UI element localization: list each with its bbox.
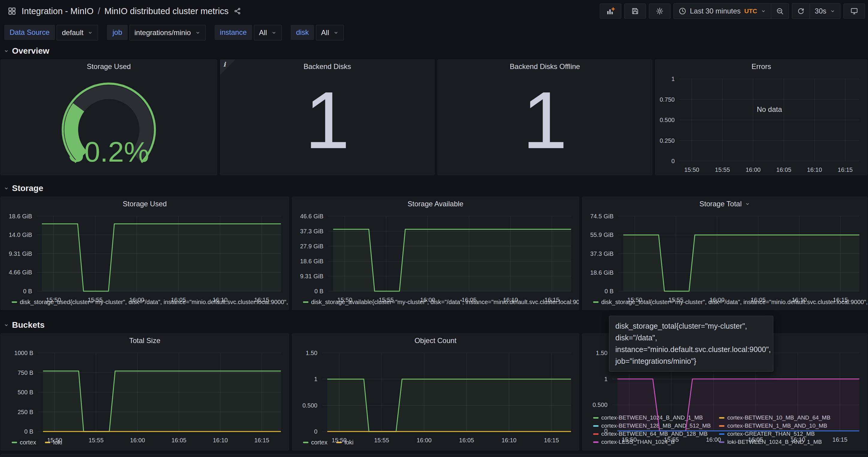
panel-errors: Errors 00.2500.5000.750115:5015:5516:001… [655, 59, 867, 175]
filter-disk: disk All [291, 25, 344, 40]
time-series-chart[interactable]: 0 B250 B500 B750 B1000 B15:5015:5516:001… [1, 347, 289, 438]
svg-text:16:10: 16:10 [807, 166, 822, 173]
panel-title[interactable]: Backend Disks Offline [438, 60, 652, 73]
svg-text:1: 1 [604, 376, 608, 382]
filter-job-value[interactable]: integrations/minio [129, 25, 206, 40]
panel-title[interactable]: Total Size [1, 334, 289, 347]
share-icon[interactable] [234, 7, 241, 15]
svg-text:16:15: 16:15 [833, 297, 848, 303]
panel-title[interactable]: Object Count [292, 334, 579, 347]
section-header-overview[interactable]: Overview [0, 45, 868, 56]
apps-grid-icon[interactable] [8, 7, 16, 15]
filter-disk-value[interactable]: All [316, 25, 344, 40]
add-panel-button[interactable] [600, 4, 621, 19]
svg-text:No data: No data [757, 105, 782, 113]
svg-text:16:05: 16:05 [748, 436, 763, 443]
panel-backend-disks: i Backend Disks 1 [220, 59, 435, 175]
svg-text:16:10: 16:10 [503, 297, 518, 303]
panel-backend-disks-offline: Backend Disks Offline 1 [438, 59, 652, 175]
filter-disk-label[interactable]: disk [291, 25, 314, 40]
svg-text:18.6 GiB: 18.6 GiB [300, 258, 323, 265]
svg-text:16:05: 16:05 [459, 437, 474, 444]
svg-text:37.3 GiB: 37.3 GiB [300, 228, 323, 235]
chevron-down-icon [195, 30, 200, 35]
top-navbar: Integration - MinIO / MinIO distributed … [0, 0, 868, 22]
save-dashboard-button[interactable] [624, 4, 646, 19]
filter-datasource-value[interactable]: default [57, 25, 98, 40]
chevron-down-icon [4, 322, 9, 328]
svg-text:18.6 GiB: 18.6 GiB [9, 213, 32, 219]
panel-title[interactable]: Storage Used [1, 197, 289, 211]
refresh-interval-label: 30s [815, 7, 826, 15]
info-corner[interactable] [220, 60, 235, 75]
chevron-down-icon [333, 30, 339, 35]
page-title[interactable]: MinIO distributed cluster metrics [104, 6, 228, 16]
refresh-interval-picker[interactable]: 30s [810, 4, 840, 19]
query-tooltip: disk_storage_total{cluster="my-cluster",… [609, 316, 773, 371]
chevron-down-icon [4, 186, 9, 191]
svg-text:16:10: 16:10 [790, 436, 805, 443]
clock-icon [679, 7, 686, 15]
filter-value-text: All [259, 29, 267, 37]
section-header-storage[interactable]: Storage [0, 183, 868, 194]
time-series-chart[interactable]: 0 B9.31 GiB18.6 GiB27.9 GiB37.3 GiB46.6 … [292, 211, 579, 298]
panel-storage-available-chart: Storage Available 0 B9.31 GiB18.6 GiB27.… [292, 197, 579, 310]
svg-text:1: 1 [671, 75, 675, 82]
filter-instance: instance All [215, 25, 282, 40]
time-range-picker[interactable]: Last 30 minutes UTC [674, 4, 771, 19]
chevron-down-icon [761, 8, 766, 14]
svg-text:1.50: 1.50 [306, 349, 317, 356]
panel-title[interactable]: Storage Total [582, 197, 867, 211]
svg-text:18.6 GiB: 18.6 GiB [590, 269, 614, 276]
svg-text:0.750: 0.750 [660, 96, 675, 103]
svg-text:16:05: 16:05 [172, 437, 186, 444]
time-series-chart[interactable]: 00.2500.5000.750115:5015:5516:0016:0516:… [655, 73, 867, 175]
zoom-out-button[interactable] [771, 4, 788, 19]
gear-icon [656, 7, 663, 15]
svg-text:0: 0 [314, 428, 317, 435]
tooltip-line: job="integrations/minio"} [615, 355, 767, 367]
svg-text:16:15: 16:15 [254, 297, 269, 303]
svg-text:15:50: 15:50 [622, 436, 637, 443]
svg-text:0.500: 0.500 [660, 117, 675, 123]
panel-title[interactable]: Storage Available [292, 197, 579, 211]
filter-datasource-label[interactable]: Data Source [4, 25, 55, 40]
svg-text:15:55: 15:55 [669, 297, 683, 303]
filter-job-label[interactable]: job [107, 25, 127, 40]
svg-text:55.9 GiB: 55.9 GiB [590, 232, 614, 238]
panel-storage-used-gauge: Storage Used 30.2% [1, 59, 217, 175]
svg-text:16:00: 16:00 [416, 437, 432, 444]
svg-text:0.250: 0.250 [660, 138, 675, 144]
refresh-button[interactable] [792, 4, 810, 19]
panel-title[interactable]: Errors [655, 60, 867, 73]
svg-text:16:15: 16:15 [254, 437, 269, 444]
svg-text:0 B: 0 B [23, 288, 32, 295]
panel-title[interactable]: Backend Disks [220, 60, 434, 73]
time-series-chart[interactable]: 00.50011.5015:5015:5516:0016:0516:1016:1… [292, 347, 579, 438]
time-controls: Last 30 minutes UTC [674, 3, 789, 19]
filter-instance-label[interactable]: instance [215, 25, 252, 40]
tooltip-line: instance="minio.default.svc.cluster.loca… [615, 344, 767, 355]
svg-text:46.6 GiB: 46.6 GiB [300, 213, 323, 219]
svg-text:15:55: 15:55 [715, 166, 730, 173]
panel-menu-chevron-icon[interactable] [745, 201, 750, 207]
panel-title[interactable]: Storage Used [1, 60, 217, 73]
svg-text:15:55: 15:55 [378, 297, 394, 303]
svg-text:4.66 GiB: 4.66 GiB [9, 269, 32, 276]
section-title: Storage [12, 184, 43, 193]
breadcrumb: Integration - MinIO / MinIO distributed … [22, 6, 228, 16]
svg-text:500 B: 500 B [18, 389, 33, 396]
chevron-down-icon [830, 8, 835, 14]
filter-instance-value[interactable]: All [254, 25, 282, 40]
time-series-chart[interactable]: 0 B18.6 GiB37.3 GiB55.9 GiB74.5 GiB15:50… [582, 211, 867, 298]
svg-text:27.9 GiB: 27.9 GiB [300, 243, 323, 249]
svg-text:15:55: 15:55 [374, 437, 389, 444]
dashboard-settings-button[interactable] [649, 4, 671, 19]
svg-text:15:50: 15:50 [627, 297, 642, 303]
svg-text:0: 0 [671, 158, 675, 164]
breadcrumb-folder[interactable]: Integration - MinIO [22, 6, 94, 16]
cycle-view-mode-button[interactable] [843, 4, 865, 19]
time-series-chart[interactable]: 0 B4.66 GiB9.31 GiB14.0 GiB18.6 GiB15:50… [1, 211, 289, 298]
svg-text:15:50: 15:50 [46, 297, 61, 303]
gauge-chart[interactable]: 30.2% [1, 73, 217, 175]
